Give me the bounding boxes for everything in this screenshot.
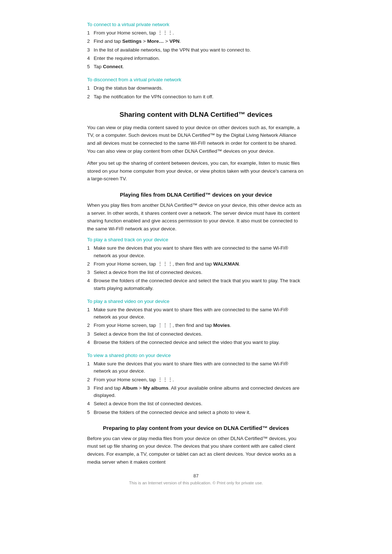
list-num: 1 — [87, 245, 94, 252]
list-num: 2 — [87, 376, 94, 383]
disconnect-vpn-list: 1 Drag the status bar downwards. 2 Tap t… — [87, 85, 305, 100]
list-item: 1 Drag the status bar downwards. — [87, 85, 305, 92]
page-number: 87 — [87, 473, 305, 479]
preparing-para: Before you can view or play media files … — [87, 435, 305, 466]
list-item: 4 Enter the required information. — [87, 55, 305, 62]
playing-files-heading: Playing files from DLNA Certified™ devic… — [87, 192, 305, 198]
list-item: 1 Make sure the devices that you want to… — [87, 245, 305, 259]
list-num: 1 — [87, 306, 94, 313]
list-num: 4 — [87, 277, 94, 284]
list-text: Make sure the devices that you want to s… — [94, 306, 305, 321]
list-item: 4 Select a device from the list of conne… — [87, 400, 305, 407]
list-item: 1 Make sure the devices that you want to… — [87, 360, 305, 375]
list-text: Tap Connect. — [94, 63, 305, 70]
list-num: 5 — [87, 409, 94, 416]
disconnect-vpn-heading: To disconnect from a virtual private net… — [87, 77, 305, 82]
list-num: 4 — [87, 400, 94, 407]
list-text: Drag the status bar downwards. — [94, 85, 305, 92]
list-num: 4 — [87, 339, 94, 346]
list-item: 2 From your Home screen, tap ⋮⋮⋮, then f… — [87, 322, 305, 329]
list-text: Make sure the devices that you want to s… — [94, 360, 305, 375]
list-item: 3 Find and tap Album > My albums. All yo… — [87, 385, 305, 399]
list-item: 1 Make sure the devices that you want to… — [87, 306, 305, 321]
list-text: Browse the folders of the connected devi… — [94, 409, 305, 416]
list-text: From your Home screen, tap ⋮⋮⋮. — [94, 29, 305, 37]
list-text: Make sure the devices that you want to s… — [94, 245, 305, 259]
list-text: From your Home screen, tap ⋮⋮⋮. — [94, 376, 305, 383]
list-text: Find and tap Album > My albums. All your… — [94, 385, 305, 399]
view-photo-heading: To view a shared photo on your device — [87, 353, 305, 358]
list-item: 2 Tap the notification for the VPN conne… — [87, 93, 305, 100]
list-text: Tap the notification for the VPN connect… — [94, 93, 305, 100]
list-item: 2 From your Home screen, tap ⋮⋮⋮, then f… — [87, 260, 305, 268]
list-item: 4 Browse the folders of the connected de… — [87, 277, 305, 292]
list-text: Select a device from the list of connect… — [94, 331, 305, 338]
list-text: Find and tap Settings > More… > VPN. — [94, 38, 305, 45]
play-track-list: 1 Make sure the devices that you want to… — [87, 245, 305, 292]
list-num: 2 — [87, 260, 94, 268]
connect-vpn-heading: To connect to a virtual private network — [87, 22, 305, 27]
list-num: 1 — [87, 85, 94, 92]
list-num: 3 — [87, 46, 94, 54]
list-item: 3 In the list of available networks, tap… — [87, 46, 305, 54]
list-num: 2 — [87, 322, 94, 329]
list-num: 3 — [87, 385, 94, 392]
list-text: From your Home screen, tap ⋮⋮⋮, then fin… — [94, 260, 305, 268]
list-item: 5 Tap Connect. — [87, 63, 305, 70]
sharing-content-heading: Sharing content with DLNA Certified™ dev… — [87, 111, 305, 119]
play-video-list: 1 Make sure the devices that you want to… — [87, 306, 305, 346]
list-num: 5 — [87, 63, 94, 70]
list-num: 2 — [87, 38, 94, 45]
sharing-para-2: After you set up the sharing of content … — [87, 159, 305, 183]
list-num: 1 — [87, 29, 94, 37]
play-track-heading: To play a shared track on your device — [87, 237, 305, 242]
view-photo-list: 1 Make sure the devices that you want to… — [87, 360, 305, 416]
list-text: Browse the folders of the connected devi… — [94, 277, 305, 292]
page-container: To connect to a virtual private network … — [58, 0, 334, 554]
list-item: 4 Browse the folders of the connected de… — [87, 339, 305, 346]
list-text: Select a device from the list of connect… — [94, 269, 305, 276]
list-item: 2 From your Home screen, tap ⋮⋮⋮. — [87, 376, 305, 383]
list-text: Enter the required information. — [94, 55, 305, 62]
list-num: 1 — [87, 360, 94, 368]
list-item: 5 Browse the folders of the connected de… — [87, 409, 305, 416]
list-text: Select a device from the list of connect… — [94, 400, 305, 407]
footer-note: This is an Internet version of this publ… — [87, 481, 305, 485]
play-video-heading: To play a shared video on your device — [87, 299, 305, 304]
list-num: 2 — [87, 93, 94, 100]
preparing-heading: Preparing to play content from your devi… — [87, 425, 305, 431]
list-num: 4 — [87, 55, 94, 62]
list-item: 2 Find and tap Settings > More… > VPN. — [87, 38, 305, 45]
list-text: In the list of available networks, tap t… — [94, 46, 305, 54]
list-num: 3 — [87, 269, 94, 276]
sharing-para-1: You can view or play media content saved… — [87, 124, 305, 155]
connect-vpn-list: 1 From your Home screen, tap ⋮⋮⋮. 2 Find… — [87, 29, 305, 70]
list-item: 3 Select a device from the list of conne… — [87, 269, 305, 276]
playing-files-para: When you play files from another DLNA Ce… — [87, 201, 305, 233]
list-text: From your Home screen, tap ⋮⋮⋮, then fin… — [94, 322, 305, 329]
list-text: Browse the folders of the connected devi… — [94, 339, 305, 346]
list-item: 1 From your Home screen, tap ⋮⋮⋮. — [87, 29, 305, 37]
list-num: 3 — [87, 331, 94, 338]
list-item: 3 Select a device from the list of conne… — [87, 331, 305, 338]
